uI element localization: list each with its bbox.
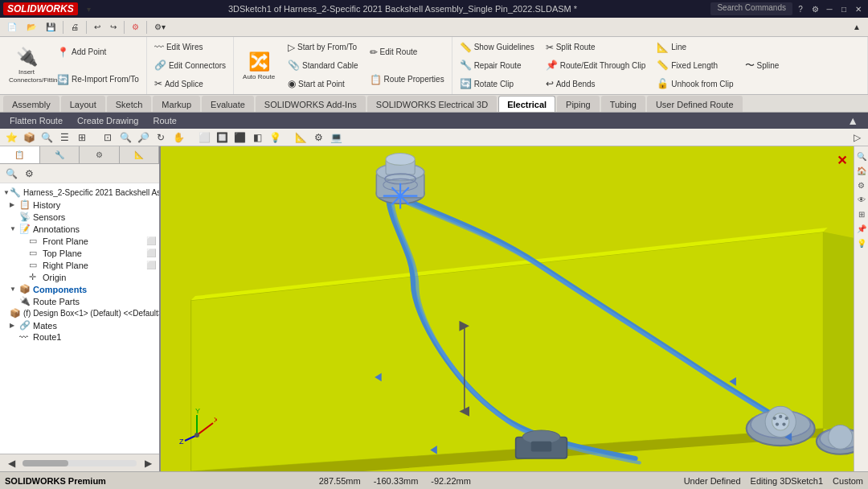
tree-item-sensors[interactable]: 📡 Sensors: [0, 211, 159, 223]
tree-item-route-parts[interactable]: 🔌 Route Parts: [0, 295, 159, 307]
iconbar-grid[interactable]: ⊞: [74, 130, 90, 145]
iconbar-list[interactable]: ☰: [56, 130, 72, 145]
tab-electrical[interactable]: Electrical: [498, 96, 555, 112]
redo-button[interactable]: ↪: [106, 19, 121, 35]
tab-assembly[interactable]: Assembly: [3, 96, 59, 112]
lp-tab-property-manager[interactable]: 🔧: [40, 146, 80, 163]
print-button[interactable]: 🖨: [67, 19, 83, 35]
tree-item-root[interactable]: ▼ 🔧 Harness_2-Specific 2021 Backshell As…: [0, 187, 159, 199]
lp-tab-dim-manager[interactable]: 📐: [120, 146, 160, 163]
edit-wires-button[interactable]: 〰 Edit Wires: [150, 40, 230, 55]
undo-button[interactable]: ↩: [90, 19, 104, 35]
help-button[interactable]: ?: [794, 2, 807, 15]
iconbar-measure[interactable]: 📐: [293, 130, 309, 145]
rp-grid-btn[interactable]: ⊞: [855, 208, 868, 220]
sub-tab-flatten[interactable]: Flatten Route: [3, 113, 69, 128]
repair-route-button[interactable]: 🔧 Repair Route: [456, 58, 538, 72]
solidworks-logo[interactable]: SOLIDWORKS: [3, 2, 78, 15]
iconbar-zoom-in[interactable]: 🔍: [117, 130, 133, 145]
add-bends-button[interactable]: ↩ Add Bends: [542, 76, 650, 91]
iconbar-zoom-fit[interactable]: ⊡: [100, 130, 116, 145]
route-through-clip-button[interactable]: 📌 Route/Edit Through Clip: [542, 58, 650, 72]
lp-bottom-right[interactable]: ▶: [140, 456, 156, 471]
iconbar-section[interactable]: ◧: [249, 130, 265, 145]
viewport[interactable]: ✕ X Y Z: [161, 146, 854, 471]
add-point-button[interactable]: 📍 Add Point: [53, 45, 143, 60]
iconbar-pan[interactable]: ✋: [170, 130, 186, 145]
close-viewport-icon[interactable]: ✕: [837, 153, 847, 168]
tree-item-design-box[interactable]: 📦 (f) Design Box<1> (Default) <<Default>…: [0, 307, 159, 319]
minimize-button[interactable]: ─: [823, 2, 836, 15]
edit-connectors-button[interactable]: 🔗 Edit Connectors: [150, 58, 230, 72]
iconbar-star[interactable]: ⭐: [3, 130, 19, 145]
lp-search-icon[interactable]: 🔍: [3, 166, 19, 181]
lp-bottom-left[interactable]: ◀: [3, 456, 19, 471]
tree-item-top-plane[interactable]: ▭ Top Plane ⬜: [0, 247, 159, 259]
rp-view-btn[interactable]: 👁: [855, 193, 868, 206]
rp-settings-btn[interactable]: ⚙: [855, 179, 868, 191]
sub-tab-create[interactable]: Create Drawing: [71, 113, 145, 128]
tree-item-front-plane[interactable]: ▭ Front Plane ⬜: [0, 235, 159, 247]
iconbar-view2[interactable]: 🔲: [214, 130, 230, 145]
standard-cable-button[interactable]: 📎 Standard Cable: [284, 58, 362, 72]
tree-item-origin[interactable]: ✛ Origin: [0, 271, 159, 283]
tab-piping[interactable]: Piping: [557, 96, 600, 112]
tree-item-right-plane[interactable]: ▭ Right Plane ⬜: [0, 259, 159, 271]
rp-home-btn[interactable]: 🏠: [855, 164, 868, 177]
open-button[interactable]: 📂: [23, 19, 40, 35]
lp-tab-feature-manager[interactable]: 📋: [0, 146, 40, 163]
add-splice-button[interactable]: ✂ Add Splice: [150, 76, 230, 91]
split-route-button[interactable]: ✂ Split Route: [542, 40, 650, 55]
collapse-ribbon-button[interactable]: ▲: [849, 19, 865, 35]
iconbar-right-collapse[interactable]: ▷: [849, 130, 865, 145]
rp-light-btn[interactable]: 💡: [855, 236, 868, 249]
options-button[interactable]: ⚙▾: [150, 19, 170, 35]
tab-user-defined-route[interactable]: User Defined Route: [647, 96, 743, 112]
settings-button[interactable]: ⚙: [809, 2, 821, 15]
tab-solidworks-electrical[interactable]: SOLIDWORKS Electrical 3D: [367, 96, 497, 112]
start-from-to-button[interactable]: ▷ Start by From/To: [284, 40, 362, 55]
iconbar-view3[interactable]: ⬛: [231, 130, 248, 145]
start-at-point-button[interactable]: ◉ Start at Point: [284, 76, 362, 91]
rebuild-button[interactable]: ⚙: [128, 19, 143, 35]
iconbar-settings[interactable]: ⚙: [310, 130, 326, 145]
close-button[interactable]: ✕: [852, 2, 865, 15]
unhook-clip-button[interactable]: 🔓 Unhook from Clip: [653, 76, 737, 91]
new-button[interactable]: 📄: [3, 19, 21, 35]
line-button[interactable]: 📐 Line: [653, 40, 737, 55]
tree-item-components[interactable]: ▼ 📦 Components: [0, 283, 159, 295]
route-properties-button[interactable]: 📋 Route Properties: [366, 72, 448, 87]
tab-solidworks-addins[interactable]: SOLIDWORKS Add-Ins: [256, 96, 366, 112]
show-guidelines-button[interactable]: 📏 Show Guidelines: [456, 40, 538, 55]
maximize-button[interactable]: □: [837, 2, 850, 15]
rotate-clip-button[interactable]: 🔄 Rotate Clip: [456, 76, 538, 91]
reimport-button[interactable]: 🔄 Re-Import From/To: [53, 72, 143, 87]
spline-button[interactable]: 〜 Spline: [741, 57, 784, 74]
rp-pin-btn[interactable]: 📌: [855, 222, 868, 235]
sub-tab-collapse[interactable]: ▲: [841, 113, 865, 128]
iconbar-box[interactable]: 📦: [21, 130, 37, 145]
tree-item-route1[interactable]: 〰 Route1: [0, 331, 159, 343]
iconbar-zoom-out[interactable]: 🔎: [135, 130, 151, 145]
iconbar-search[interactable]: 🔍: [39, 130, 55, 145]
iconbar-rotate[interactable]: ↻: [153, 130, 169, 145]
iconbar-view1[interactable]: ⬜: [196, 130, 212, 145]
lp-tab-config-manager[interactable]: ⚙: [80, 146, 120, 163]
iconbar-monitor[interactable]: 💻: [328, 130, 344, 145]
lp-filter-icon[interactable]: ⚙: [21, 166, 37, 181]
tree-item-annotations[interactable]: ▼ 📝 Annotations: [0, 223, 159, 235]
search-box[interactable]: Search Commands: [710, 2, 792, 15]
tab-tubing[interactable]: Tubing: [601, 96, 645, 112]
tab-layout[interactable]: Layout: [61, 96, 105, 112]
titlebar-menu-btn[interactable]: ▾: [83, 1, 95, 17]
insert-connectors-button[interactable]: 🔌 Insert Connectors/Fittings: [3, 39, 50, 92]
iconbar-display[interactable]: 💡: [267, 130, 283, 145]
sub-tab-route[interactable]: Route: [146, 113, 182, 128]
auto-route-button[interactable]: 🔀 Auto Route: [237, 39, 280, 92]
tab-evaluate[interactable]: Evaluate: [202, 96, 254, 112]
rp-zoom-btn[interactable]: 🔍: [855, 150, 868, 162]
save-button[interactable]: 💾: [42, 19, 59, 35]
fixed-length-button[interactable]: 📏 Fixed Length: [653, 58, 737, 72]
tab-sketch[interactable]: Sketch: [107, 96, 152, 112]
tree-item-mates[interactable]: ▶ 🔗 Mates: [0, 319, 159, 331]
